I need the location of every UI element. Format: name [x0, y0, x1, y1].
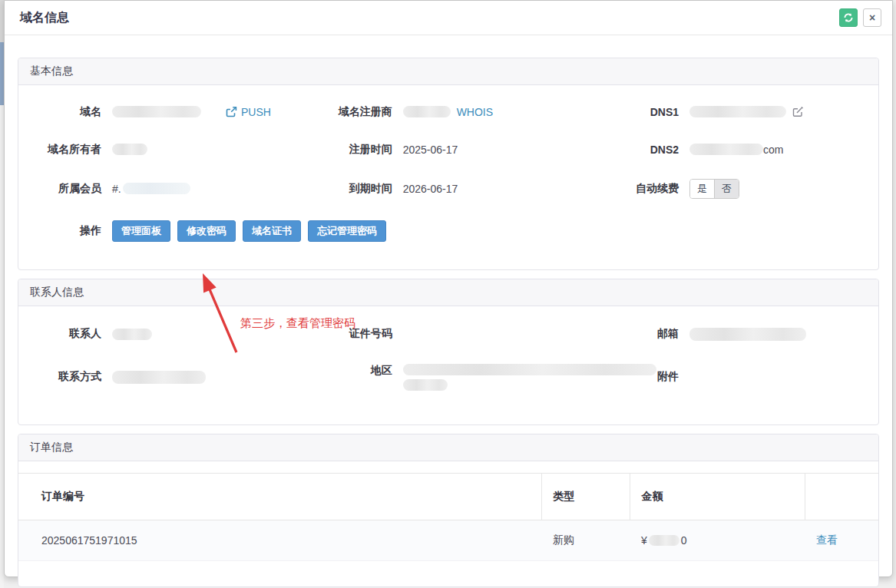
- basic-info-heading: 基本信息: [18, 58, 878, 85]
- modal-header: 域名信息 ×: [5, 1, 892, 35]
- member-label: 所属会员: [18, 182, 101, 196]
- annotation-arrow: [189, 266, 250, 358]
- amount-column-header: 金额: [630, 473, 805, 520]
- phone-label: 联系方式: [18, 370, 101, 384]
- amount-value-redacted: [649, 535, 679, 546]
- auto-renew-no-button[interactable]: 否: [714, 180, 739, 198]
- whois-label: WHOIS: [457, 106, 493, 118]
- auto-renew-yes-button[interactable]: 是: [690, 180, 714, 198]
- email-label: 邮箱: [613, 327, 679, 341]
- reg-time-label: 注册时间: [339, 143, 392, 157]
- owner-label: 域名所有者: [18, 143, 101, 157]
- registrar-value-redacted: [403, 106, 451, 117]
- basic-row-3: 所属会员 #. 到期时间 2026-06-17 自动续费 是: [18, 179, 878, 199]
- page-title: 域名信息: [20, 10, 834, 26]
- order-amount-cell: ¥ 0: [630, 520, 805, 560]
- close-icon: ×: [869, 12, 875, 24]
- field-reg-time: 注册时间 2025-06-17: [339, 141, 613, 157]
- push-link[interactable]: PUSH: [226, 106, 271, 118]
- dns2-label: DNS2: [613, 144, 679, 156]
- manage-panel-button[interactable]: 管理面板: [112, 220, 170, 242]
- contact-row-2: 联系方式 地区 附件: [18, 364, 878, 391]
- order-no-cell: 2025061751971015: [18, 520, 541, 560]
- phone-value-redacted: [112, 371, 206, 384]
- annotation-text: 第三步，查看管理密码: [240, 316, 355, 331]
- order-table-bottom-space: [18, 561, 878, 586]
- contact-value-redacted: [112, 329, 152, 340]
- expire-time-label: 到期时间: [339, 182, 392, 196]
- modal-body: 基本信息 域名: [5, 35, 892, 588]
- order-action-cell: 查看: [805, 520, 878, 560]
- field-owner: 域名所有者: [18, 141, 339, 157]
- reg-time-value: 2025-06-17: [403, 144, 458, 156]
- push-label: PUSH: [241, 106, 271, 118]
- domain-value-redacted: [112, 106, 201, 117]
- field-domain: 域名 PUSH: [18, 104, 339, 120]
- attachment-label: 附件: [613, 370, 679, 384]
- registrar-label: 域名注册商: [339, 105, 392, 119]
- domain-certificate-button[interactable]: 域名证书: [243, 220, 301, 242]
- member-value-redacted: [123, 183, 190, 194]
- order-table: 订单编号 类型 金额 2025061751971015 新购: [18, 473, 878, 561]
- field-phone: 联系方式: [18, 369, 339, 385]
- order-table-gap: [18, 461, 878, 473]
- dns2-value-redacted: [689, 144, 763, 155]
- field-dns2: DNS2 com: [613, 141, 878, 157]
- type-column-header: 类型: [541, 473, 630, 520]
- email-value-redacted: [689, 328, 806, 341]
- push-icon: [226, 107, 237, 117]
- table-row: 2025061751971015 新购 ¥ 0 查看: [18, 520, 878, 560]
- field-dns1: DNS1: [613, 104, 878, 120]
- forgot-password-button[interactable]: 忘记管理密码: [308, 220, 386, 242]
- action-column-header: [805, 473, 878, 520]
- order-info-heading: 订单信息: [18, 434, 878, 461]
- amount-suffix: 0: [681, 534, 687, 547]
- auto-renew-toggle: 是 否: [689, 179, 739, 199]
- contact-row-1: 联系人 证件号码 邮箱: [18, 326, 878, 342]
- close-button[interactable]: ×: [863, 8, 881, 27]
- domain-label: 域名: [18, 105, 101, 119]
- change-password-button[interactable]: 修改密码: [177, 220, 236, 242]
- order-info-body: 订单编号 类型 金额 2025061751971015 新购: [18, 461, 878, 586]
- amount-prefix: ¥: [641, 534, 647, 547]
- edit-icon: [792, 106, 804, 117]
- auto-renew-label: 自动续费: [613, 182, 679, 196]
- whois-link[interactable]: WHOIS: [457, 106, 493, 118]
- contact-info-heading: 联系人信息: [18, 279, 878, 306]
- order-no-column-header: 订单编号: [18, 473, 541, 520]
- order-table-header-row: 订单编号 类型 金额: [18, 473, 878, 520]
- basic-info-body: 域名 PUSH: [18, 85, 878, 269]
- dns1-value-redacted: [689, 106, 786, 117]
- field-actions: 操作 管理面板 修改密码 域名证书 忘记管理密码: [18, 220, 878, 242]
- field-auto-renew: 自动续费 是 否: [613, 179, 878, 199]
- dns2-suffix: com: [763, 144, 783, 156]
- contact-info-body: 联系人 证件号码 邮箱 联系方式: [18, 306, 878, 424]
- owner-value-redacted: [112, 144, 147, 155]
- refresh-button[interactable]: [839, 8, 858, 27]
- dns-edit-button[interactable]: [792, 106, 804, 117]
- field-email: 邮箱: [613, 326, 878, 342]
- region-value-redacted-line2: [403, 379, 448, 391]
- region-label: 地区: [339, 364, 392, 378]
- contact-label: 联系人: [18, 327, 101, 341]
- view-order-link[interactable]: 查看: [816, 533, 838, 546]
- dns1-label: DNS1: [613, 106, 679, 118]
- actions-label: 操作: [18, 224, 101, 238]
- expire-time-value: 2026-06-17: [403, 183, 458, 195]
- basic-row-4: 操作 管理面板 修改密码 域名证书 忘记管理密码: [18, 220, 878, 242]
- basic-row-1: 域名 PUSH: [18, 104, 878, 120]
- domain-info-modal: 域名信息 × 基本信息 域名: [4, 0, 893, 577]
- basic-row-2: 域名所有者 注册时间 2025-06-17 DNS2 com: [18, 141, 878, 157]
- field-expire-time: 到期时间 2026-06-17: [339, 180, 613, 197]
- order-type-cell: 新购: [541, 520, 630, 560]
- field-registrar: 域名注册商 WHOIS: [339, 104, 613, 120]
- field-region: 地区: [339, 364, 613, 391]
- order-info-panel: 订单信息 订单编号 类型 金额 2025061751971015: [18, 434, 879, 587]
- field-member: 所属会员 #.: [18, 180, 339, 197]
- basic-info-panel: 基本信息 域名: [18, 58, 879, 270]
- contact-info-panel: 联系人信息 联系人 证件号码 邮箱: [18, 279, 879, 425]
- member-prefix: #.: [112, 183, 121, 195]
- field-id-number: 证件号码: [339, 326, 613, 342]
- refresh-icon: [843, 12, 854, 23]
- field-attachment: 附件: [613, 369, 878, 385]
